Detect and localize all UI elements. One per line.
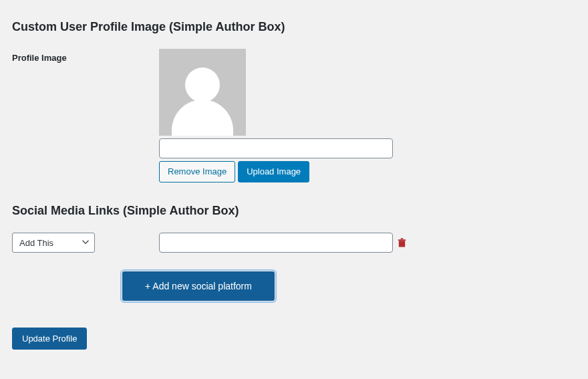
profile-image-row: Profile Image Remove Image Upload Image [12, 49, 576, 182]
remove-image-button[interactable]: Remove Image [159, 161, 235, 182]
add-social-platform-button[interactable]: + Add new social platform [122, 271, 275, 301]
social-link-input[interactable] [159, 233, 393, 253]
social-links-section-title: Social Media Links (Simple Author Box) [12, 204, 576, 218]
svg-rect-1 [398, 240, 406, 241]
profile-image-section-title: Custom User Profile Image (Simple Author… [12, 20, 576, 34]
profile-image-path-input[interactable] [159, 138, 393, 158]
avatar-placeholder [159, 49, 246, 136]
profile-image-label: Profile Image [12, 49, 159, 63]
social-platform-select[interactable]: Add This [12, 233, 95, 253]
svg-rect-2 [401, 239, 404, 240]
social-platform-select-value: Add This [19, 238, 53, 248]
update-profile-button[interactable]: Update Profile [12, 328, 87, 350]
social-link-row: Add This [12, 233, 576, 253]
upload-image-button[interactable]: Upload Image [238, 161, 309, 182]
trash-icon[interactable] [397, 237, 407, 248]
svg-rect-0 [399, 241, 405, 247]
